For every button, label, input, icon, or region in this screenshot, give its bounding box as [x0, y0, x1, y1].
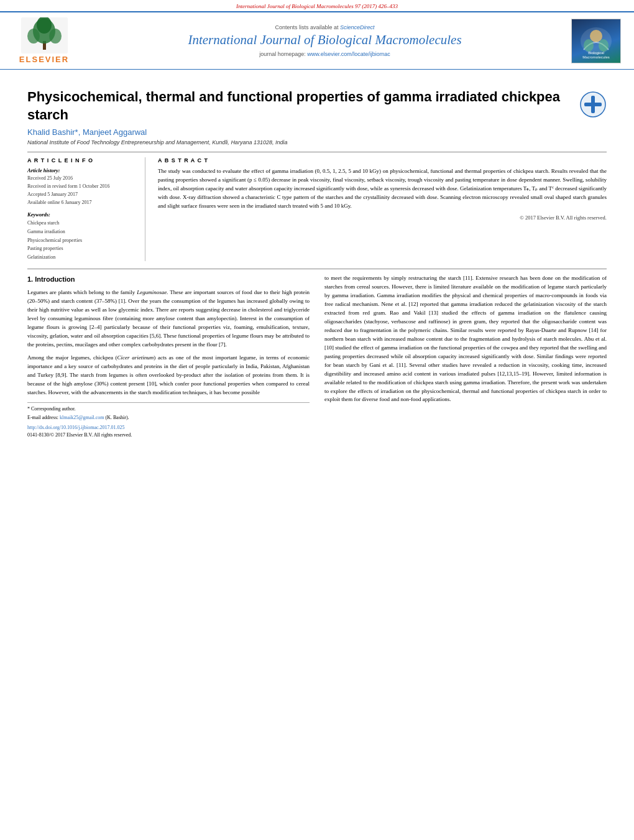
- svg-point-8: [584, 39, 594, 52]
- journal-ref: International Journal of Biological Macr…: [236, 3, 398, 9]
- keyword-item: Gelatinization: [27, 253, 137, 262]
- received-revised-date: Received in revised form 1 October 2016: [27, 183, 137, 191]
- svg-point-9: [599, 39, 609, 52]
- contents-available: Contents lists available at ScienceDirec…: [85, 24, 565, 30]
- homepage-link[interactable]: www.elsevier.com/locate/ijbiomac: [307, 51, 390, 57]
- abstract-text: The study was conducted to evaluate the …: [158, 167, 607, 211]
- journal-header-main: ELSEVIER Contents lists available at Sci…: [0, 11, 634, 70]
- article-history: Article history: Received 25 July 2016 R…: [27, 167, 137, 206]
- divider: [27, 269, 607, 269]
- affiliation: National Institute of Food Technology En…: [27, 139, 607, 145]
- keywords-list: Chickpea starchGamma irradiationPhysicoc…: [27, 219, 137, 261]
- crossmark-icon[interactable]: [579, 91, 607, 118]
- copyright: © 2017 Elsevier B.V. All rights reserved…: [158, 215, 607, 221]
- available-date: Available online 6 January 2017: [27, 199, 137, 207]
- elsevier-tree-icon: [21, 17, 68, 53]
- keywords-section: Keywords: Chickpea starchGamma irradiati…: [27, 211, 137, 261]
- issn: 0141-8130/© 2017 Elsevier B.V. All right…: [27, 432, 310, 439]
- keyword-item: Chickpea starch: [27, 219, 137, 228]
- sciencedirect-link[interactable]: ScienceDirect: [340, 24, 375, 30]
- body-two-col: 1. Introduction Legumes are plants which…: [27, 274, 607, 438]
- intro-para1: Legumes are plants which belong to the f…: [27, 288, 310, 349]
- right-col-para1: to meet the requirements by simply restr…: [324, 274, 607, 404]
- abstract-label: A B S T R A C T: [158, 157, 607, 164]
- intro-heading: 1. Introduction: [27, 274, 310, 285]
- svg-point-4: [49, 29, 62, 44]
- history-title: Article history:: [27, 167, 137, 173]
- received-date: Received 25 July 2016: [27, 175, 137, 183]
- article-title-section: Physicochemical, thermal and functional …: [27, 88, 607, 124]
- body-left-col: 1. Introduction Legumes are plants which…: [27, 274, 310, 438]
- corresponding-note: * Corresponding author.: [27, 405, 310, 413]
- journal-logo-right: BiologicalMacromolecules: [571, 19, 624, 63]
- svg-point-7: [590, 30, 602, 42]
- journal-logo-box: BiologicalMacromolecules: [571, 19, 621, 63]
- article-info-col: A R T I C L E I N F O Article history: R…: [27, 157, 145, 261]
- abstract-col: A B S T R A C T The study was conducted …: [158, 157, 607, 261]
- journal-title-center: Contents lists available at ScienceDirec…: [78, 24, 571, 57]
- article-title: Physicochemical, thermal and functional …: [27, 88, 571, 124]
- keyword-item: Pasting properties: [27, 244, 137, 253]
- keyword-item: Gamma irradiation: [27, 228, 137, 236]
- article-info-label: A R T I C L E I N F O: [27, 157, 137, 164]
- intro-para2: Among the major legumes, chickpea (Cicer…: [27, 354, 310, 397]
- accepted-date: Accepted 5 January 2017: [27, 191, 137, 199]
- keyword-item: Physicochemical properties: [27, 236, 137, 245]
- body-right-col: to meet the requirements by simply restr…: [324, 274, 607, 438]
- journal-title-text: International Journal of Biological Macr…: [85, 32, 565, 48]
- email-note: E-mail address: klmaik25@gmail.com (K. B…: [27, 414, 310, 422]
- authors: Khalid Bashir*, Manjeet Aggarwal: [27, 127, 607, 137]
- svg-rect-12: [584, 103, 602, 106]
- doi-link: http://dx.doi.org/10.1016/j.ijbiomac.201…: [27, 424, 310, 432]
- doi-url[interactable]: http://dx.doi.org/10.1016/j.ijbiomac.201…: [27, 425, 125, 430]
- journal-homepage: journal homepage: www.elsevier.com/locat…: [85, 51, 565, 57]
- elsevier-label: ELSEVIER: [19, 55, 69, 64]
- page-content: Physicochemical, thermal and functional …: [0, 70, 634, 445]
- elsevier-logo: ELSEVIER: [10, 17, 78, 64]
- email-link[interactable]: klmaik25@gmail.com: [60, 415, 104, 420]
- keywords-title: Keywords:: [27, 211, 137, 218]
- footnote-section: * Corresponding author. E-mail address: …: [27, 402, 310, 439]
- svg-point-3: [27, 29, 40, 44]
- article-meta-section: A R T I C L E I N F O Article history: R…: [27, 152, 607, 261]
- email-name: (K. Bashir).: [106, 415, 129, 420]
- journal-header-top: International Journal of Biological Macr…: [0, 0, 634, 11]
